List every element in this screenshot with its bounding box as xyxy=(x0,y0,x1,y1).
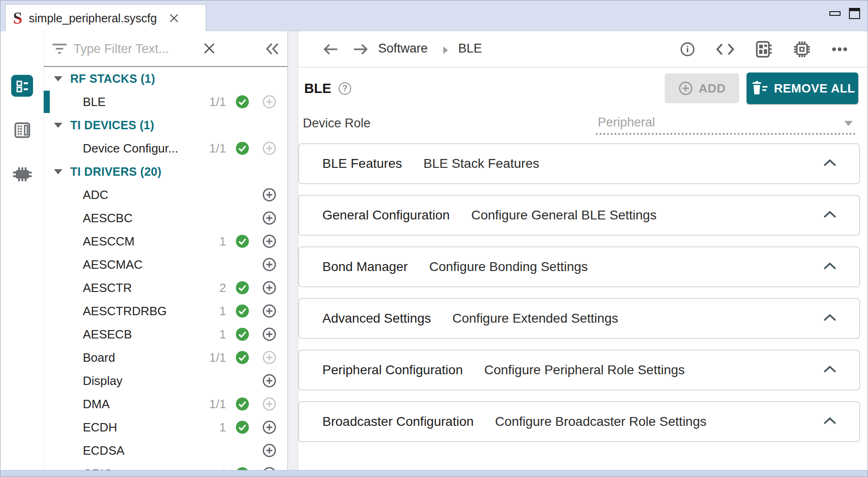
device-config-icon[interactable] xyxy=(793,40,811,58)
configured-check-icon xyxy=(235,351,249,368)
page-title: BLE xyxy=(304,81,331,96)
section-subtitle: Configure Bonding Settings xyxy=(429,259,588,274)
clear-filter-icon[interactable] xyxy=(202,41,216,57)
collapse-panel-icon[interactable] xyxy=(264,41,281,58)
module-name: AESECB xyxy=(83,327,132,342)
device-role-select[interactable]: Peripheral xyxy=(596,114,855,135)
module-tree-panel: RF STACKS (1) BLE 1/1 TI DEVICES (1) Dev… xyxy=(44,31,287,470)
add-module-icon[interactable] xyxy=(262,374,276,391)
hardware-view-icon[interactable] xyxy=(11,119,33,141)
tree-item[interactable]: AESECB 1 xyxy=(44,323,287,346)
config-section-card[interactable]: BLE Features BLE Stack Features xyxy=(298,143,860,184)
tree-item[interactable]: Display xyxy=(44,369,287,392)
panel-splitter[interactable] xyxy=(287,31,298,470)
minimize-icon[interactable] xyxy=(829,11,841,16)
collapse-chevron-icon[interactable] xyxy=(823,365,837,375)
expand-triangle-icon xyxy=(54,123,62,128)
add-button[interactable]: ADD xyxy=(665,73,739,103)
tree-item[interactable]: AESCBC xyxy=(44,206,287,230)
breadcrumb-software[interactable]: Software xyxy=(378,41,428,56)
add-module-icon[interactable] xyxy=(262,95,276,112)
device-view-icon[interactable] xyxy=(11,163,33,185)
more-options-icon[interactable] xyxy=(831,46,848,52)
module-tree: RF STACKS (1) BLE 1/1 TI DEVICES (1) Dev… xyxy=(44,67,287,470)
forward-arrow-icon[interactable] xyxy=(351,43,369,58)
add-module-icon[interactable] xyxy=(262,258,276,275)
sysconfig-logo-icon: S xyxy=(13,10,22,26)
filter-input[interactable] xyxy=(73,39,194,59)
add-module-icon[interactable] xyxy=(262,327,276,344)
section-subtitle: BLE Stack Features xyxy=(423,156,539,171)
tree-item[interactable]: Device Configur... 1/1 xyxy=(44,137,287,160)
config-section-card[interactable]: Broadcaster Configuration Configure Broa… xyxy=(298,401,860,442)
left-rail xyxy=(0,31,44,470)
add-module-icon[interactable] xyxy=(262,281,276,298)
breadcrumb-ble[interactable]: BLE xyxy=(458,41,482,56)
add-module-icon[interactable] xyxy=(262,188,276,205)
add-module-icon[interactable] xyxy=(262,211,276,228)
add-module-icon[interactable] xyxy=(262,234,276,252)
code-view-icon[interactable] xyxy=(716,42,734,56)
back-arrow-icon[interactable] xyxy=(322,43,340,58)
tree-section-header[interactable]: RF STACKS (1) xyxy=(44,67,287,90)
section-title: Bond Manager xyxy=(322,259,408,274)
main-toolbar: Software BLE xyxy=(298,31,868,67)
module-count: 1/1 xyxy=(181,141,226,156)
collapse-chevron-icon[interactable] xyxy=(823,314,837,323)
maximize-icon[interactable] xyxy=(849,8,860,19)
tree-item[interactable]: BLE 1/1 xyxy=(44,90,287,113)
add-module-icon[interactable] xyxy=(262,397,276,414)
tree-item[interactable]: AESCTRDRBG 1 xyxy=(44,299,287,323)
tree-item[interactable]: Board 1/1 xyxy=(44,346,287,369)
tree-item[interactable]: ECDH 1 xyxy=(44,416,287,439)
tab-title: simple_peripheral.syscfg xyxy=(29,12,157,25)
app-body: RF STACKS (1) BLE 1/1 TI DEVICES (1) Dev… xyxy=(0,31,868,470)
software-view-icon[interactable] xyxy=(11,75,33,97)
add-module-icon[interactable] xyxy=(262,467,276,470)
tree-item[interactable]: DMA 1/1 xyxy=(44,392,287,416)
module-count: 4 xyxy=(181,467,226,470)
board-view-icon[interactable] xyxy=(755,40,773,58)
configured-check-icon xyxy=(235,141,249,159)
add-module-icon[interactable] xyxy=(262,141,276,159)
module-name: AESCCM xyxy=(83,234,134,249)
tab-close-icon[interactable] xyxy=(168,12,180,24)
module-name: AESCTR xyxy=(83,281,132,295)
config-section-card[interactable]: General Configuration Configure General … xyxy=(298,195,860,236)
add-module-icon[interactable] xyxy=(262,351,276,368)
filter-icon xyxy=(52,42,67,57)
tree-section-header[interactable]: TI DEVICES (1) xyxy=(44,113,287,137)
window-bottom-edge xyxy=(0,470,868,477)
config-section-card[interactable]: Peripheral Configuration Configure Perip… xyxy=(298,350,860,391)
collapse-chevron-icon[interactable] xyxy=(823,159,837,168)
add-module-icon[interactable] xyxy=(262,420,276,437)
tree-item[interactable]: GPIO 4 xyxy=(44,462,287,470)
info-icon[interactable] xyxy=(680,41,695,57)
configured-check-icon xyxy=(235,327,249,344)
tree-item[interactable]: AESCMAC xyxy=(44,253,287,276)
module-name: AESCMAC xyxy=(83,258,143,272)
module-name: ECDSA xyxy=(83,444,125,458)
configured-check-icon xyxy=(235,281,249,298)
file-tab[interactable]: S simple_peripheral.syscfg xyxy=(5,4,206,32)
tree-item[interactable]: ADC xyxy=(44,183,287,206)
config-section-card[interactable]: Advanced Settings Configure Extended Set… xyxy=(298,298,860,339)
collapse-chevron-icon[interactable] xyxy=(823,417,837,426)
module-count: 1/1 xyxy=(181,397,226,411)
tree-item[interactable]: AESCCM 1 xyxy=(44,230,287,253)
add-module-icon[interactable] xyxy=(262,444,276,461)
tree-item[interactable]: ECDSA xyxy=(44,439,287,462)
toolbar-icons xyxy=(680,31,848,67)
configured-check-icon xyxy=(235,467,249,470)
collapse-chevron-icon[interactable] xyxy=(823,262,837,272)
trash-icon xyxy=(750,81,768,96)
module-count: 1 xyxy=(181,327,226,342)
tree-item[interactable]: AESCTR 2 xyxy=(44,276,287,299)
tree-section-header[interactable]: TI DRIVERS (20) xyxy=(44,160,287,183)
tree-section-label: TI DEVICES (1) xyxy=(70,119,154,132)
config-section-card[interactable]: Bond Manager Configure Bonding Settings xyxy=(298,246,860,287)
add-module-icon[interactable] xyxy=(262,304,276,321)
help-icon[interactable]: ? xyxy=(339,82,351,95)
collapse-chevron-icon[interactable] xyxy=(823,211,837,220)
remove-all-button[interactable]: REMOVE ALL xyxy=(747,73,858,104)
